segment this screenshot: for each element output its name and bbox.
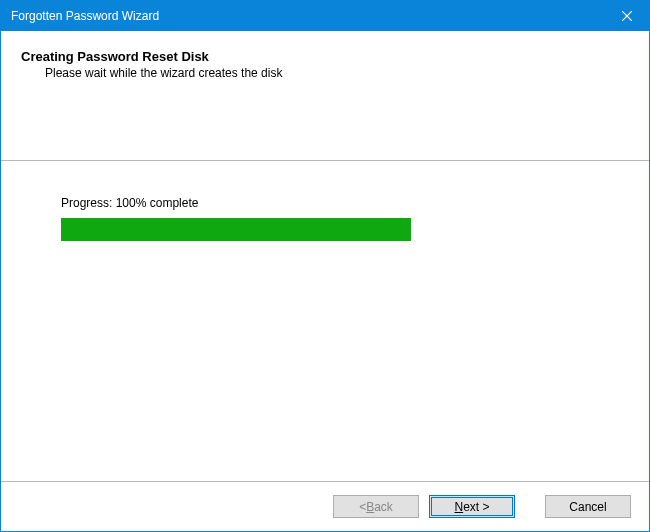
- page-subheading: Please wait while the wizard creates the…: [45, 66, 629, 80]
- close-icon: [622, 9, 632, 24]
- next-button[interactable]: Next >: [429, 495, 515, 518]
- back-button: < Back: [333, 495, 419, 518]
- progress-label: Progress: 100% complete: [61, 196, 589, 210]
- progress-bar: [61, 218, 411, 241]
- button-bar: < Back Next > Cancel: [1, 481, 649, 531]
- wizard-header: Creating Password Reset Disk Please wait…: [1, 31, 649, 161]
- cancel-button[interactable]: Cancel: [545, 495, 631, 518]
- window-title: Forgotten Password Wizard: [11, 9, 159, 23]
- titlebar: Forgotten Password Wizard: [1, 1, 649, 31]
- wizard-window: Forgotten Password Wizard Creating Passw…: [0, 0, 650, 532]
- page-heading: Creating Password Reset Disk: [21, 49, 629, 64]
- wizard-content: Progress: 100% complete: [1, 161, 649, 481]
- close-button[interactable]: [604, 1, 649, 31]
